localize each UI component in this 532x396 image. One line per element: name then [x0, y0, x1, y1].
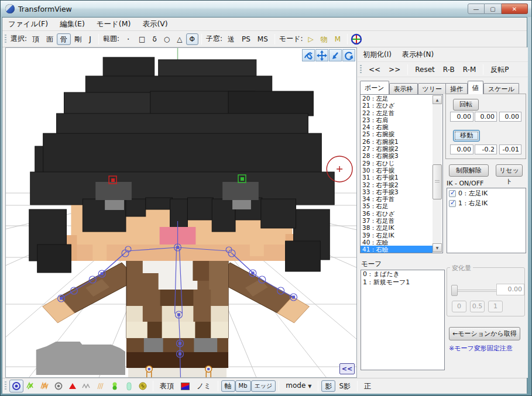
bone-list-item[interactable]: 41 : 右瞼 — [361, 246, 433, 253]
mode-dropdown[interactable]: mode▼ — [282, 380, 315, 392]
bone-list-item[interactable]: 32 : 右手捩2 — [361, 181, 433, 188]
value-tab[interactable]: 操作 — [445, 83, 468, 94]
bone-list[interactable]: 20 : 左足21 : 左ひざ22 : 左足首23 : 右肩24 : 右腕25 … — [360, 94, 443, 253]
bone-list-item[interactable]: 21 : 左ひざ — [361, 102, 433, 109]
bone-list-item[interactable]: 22 : 左足首 — [361, 109, 433, 116]
toolbar-grip[interactable] — [360, 65, 362, 74]
reset-values-button[interactable]: リセット — [496, 164, 523, 177]
bone-list-item[interactable]: 26 : 右腕捩1 — [361, 138, 433, 145]
orbit-icon[interactable] — [302, 49, 315, 61]
ik-checkbox-row[interactable]: 0 : 左足IK — [447, 188, 526, 198]
select-mode-button[interactable]: J — [85, 33, 95, 45]
range-mode-button[interactable]: △ — [173, 33, 186, 45]
bone-list-item[interactable]: 25 : 右腕捩 — [361, 130, 433, 137]
change-value-field[interactable]: 0.00 — [496, 284, 524, 295]
bone-list-item[interactable]: 33 : 右手捩3 — [361, 188, 433, 195]
checkbox-icon[interactable] — [449, 200, 456, 207]
close-button[interactable]: ✕ — [502, 4, 528, 14]
get-from-motion-button[interactable]: ←モーションから取得 — [449, 327, 520, 340]
range-mode-button[interactable]: ○ — [160, 33, 173, 45]
rotate-z-field[interactable]: 0.00 — [499, 112, 521, 122]
move-button[interactable]: 移動 — [453, 130, 480, 142]
reset-action-button[interactable]: R-B — [439, 64, 459, 75]
bone-list-item[interactable]: 34 : 右手首 — [361, 195, 433, 202]
subwindow-button[interactable]: PS — [238, 33, 254, 45]
scroll-down-button[interactable]: ▼ — [433, 243, 442, 252]
unlock-limit-button[interactable]: 制限解除 — [449, 164, 489, 177]
bone-list-item[interactable]: 38 : 左足IK — [361, 224, 433, 231]
capsule-cyan-icon[interactable] — [122, 380, 136, 392]
zoom-icon[interactable] — [329, 49, 342, 61]
morph-list[interactable]: 0 : まばたき1 : 新規モーフ1 — [361, 270, 445, 370]
subwindow-button[interactable]: 送 — [224, 33, 238, 45]
edge-toggle-button[interactable]: エッジ — [251, 380, 276, 392]
pan-icon[interactable] — [315, 49, 328, 61]
range-mode-button[interactable]: □ — [135, 33, 149, 45]
bone-list-item[interactable]: 30 : 右手捩 — [361, 167, 433, 174]
bone-list-item[interactable]: 27 : 右腕捩2 — [361, 145, 433, 152]
checkbox-icon[interactable] — [449, 190, 456, 197]
rotate-view-icon[interactable] — [342, 49, 355, 61]
hatch-green-icon[interactable] — [23, 380, 37, 392]
reset-action-button[interactable]: R-M — [459, 64, 480, 75]
subwindow-button[interactable]: MS — [254, 33, 272, 45]
reset-action-button[interactable]: Reset — [411, 64, 439, 75]
viewport-3d[interactable]: << — [5, 47, 357, 378]
list-tab[interactable]: ボーン — [360, 81, 389, 94]
select-mode-button[interactable]: 骨 — [57, 33, 71, 45]
bone-list-item[interactable]: 31 : 右手捩1 — [361, 174, 433, 181]
change-1-button[interactable]: 1 — [488, 301, 503, 312]
rotate-x-field[interactable]: 0.00 — [450, 112, 473, 122]
mode-button[interactable]: 物 — [317, 33, 331, 45]
menu-item[interactable]: 表示(V) — [136, 18, 173, 31]
bone-list-item[interactable]: 20 : 左足 — [361, 95, 433, 102]
panel-menu-item[interactable]: 表示枠(N) — [397, 48, 439, 61]
mode-button[interactable]: ▷ — [304, 33, 317, 45]
knot-yellow-icon[interactable] — [136, 380, 150, 392]
bone-nav-button[interactable]: >> — [385, 64, 404, 75]
ik-checkbox-row[interactable]: 1 : 右足IK — [447, 198, 526, 208]
bone-list-item[interactable]: 40 : 左瞼 — [361, 239, 433, 246]
change-0-button[interactable]: 0 — [452, 301, 466, 312]
bone-list-item[interactable]: 23 : 右肩 — [361, 116, 433, 123]
show-vertex-button[interactable]: 表頂 — [156, 380, 177, 392]
select-mode-button[interactable]: 頂 — [29, 33, 43, 45]
move-z-field[interactable]: -0.01 — [499, 144, 521, 154]
range-mode-button[interactable]: ・ — [121, 33, 135, 45]
select-mode-button[interactable]: 面 — [43, 33, 57, 45]
menu-item[interactable]: 編集(E) — [54, 18, 91, 31]
select-mode-button[interactable]: 剛 — [71, 33, 85, 45]
range-mode-button[interactable]: δ — [149, 33, 160, 45]
maximize-button[interactable]: ▢ — [485, 4, 502, 14]
rotate-y-field[interactable]: 0.00 — [475, 112, 497, 122]
range-mode-button[interactable]: Φ — [186, 33, 198, 45]
wave-orange-icon[interactable] — [94, 380, 108, 392]
rotate-button[interactable]: 回転 — [453, 99, 479, 111]
move-x-field[interactable]: 0.00 — [450, 144, 473, 154]
list-tab[interactable]: 表示枠 — [389, 83, 418, 94]
vertex-select-icon[interactable] — [9, 380, 23, 392]
bone-list-item[interactable]: 36 : 右ひざ — [361, 210, 433, 217]
menu-item[interactable]: モード(M) — [91, 18, 137, 31]
value-tab[interactable]: 値 — [468, 81, 483, 94]
change-05-button[interactable]: 0.5 — [470, 301, 485, 312]
scroll-up-button[interactable]: ▲ — [433, 95, 442, 104]
nomi-button[interactable]: ノミ — [193, 380, 215, 392]
panel-menu-item[interactable]: 初期化(I) — [358, 48, 397, 61]
axis-compass-icon[interactable] — [351, 33, 362, 45]
mode-button[interactable]: M — [331, 33, 344, 45]
panel-collapse-button[interactable]: << — [339, 363, 355, 374]
title-bar[interactable]: TransformView — ▢ ✕ — [1, 1, 531, 17]
morph-list-item[interactable]: 0 : まばたき — [361, 270, 444, 278]
bone-list-item[interactable]: 39 : 右足IK — [361, 232, 433, 239]
morph-list-item[interactable]: 1 : 新規モーフ1 — [361, 278, 444, 287]
capsule-green-icon[interactable] — [108, 380, 122, 392]
mb-toggle-button[interactable]: Mb — [235, 380, 251, 392]
menu-item[interactable]: ファイル(F) — [2, 18, 54, 31]
vertex-gray-icon[interactable] — [52, 380, 66, 392]
flip-pose-button[interactable]: 反転P — [486, 64, 513, 75]
material-color-swatch[interactable] — [181, 383, 190, 390]
bone-list-item[interactable]: 24 : 右腕 — [361, 123, 433, 130]
toolbar-grip[interactable] — [5, 35, 6, 44]
wave-gray-icon[interactable] — [80, 380, 94, 392]
